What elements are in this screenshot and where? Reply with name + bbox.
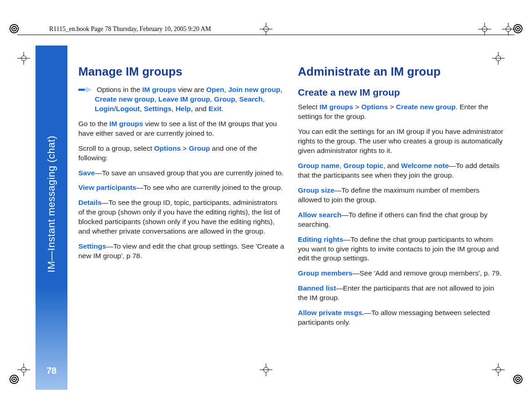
heading-administrate-group: Administrate an IM group xyxy=(298,64,505,80)
group-size-item: Group size—To define the maximum number … xyxy=(298,186,505,205)
scroll-paragraph: Scroll to a group, select Options > Grou… xyxy=(78,144,285,163)
text: —To see the group ID, topic, participant… xyxy=(78,199,280,235)
term-view-participants: View participants xyxy=(78,184,136,191)
term-allow-search: Allow search xyxy=(298,211,342,219)
regmark-tl-icon xyxy=(9,24,19,34)
allow-search-item: Allow search—To define if others can fin… xyxy=(298,210,505,230)
term-create-new-group: Create new group xyxy=(396,103,455,111)
chapter-sidebar: IM—Instant messaging (chat) 78 xyxy=(36,46,67,390)
term-allow-private-msgs: Allow private msgs. xyxy=(298,309,364,316)
text: , xyxy=(339,162,343,169)
text: view are xyxy=(176,86,206,93)
term-details: Details xyxy=(78,199,102,206)
text: Go to the xyxy=(78,120,109,128)
page-root: R1115_en.book Page 78 Thursday, February… xyxy=(0,0,532,408)
settings-item: Settings—To view and edit the chat group… xyxy=(78,242,285,261)
banned-list-item: Banned list—Enter the participants that … xyxy=(298,284,505,303)
group-name-topic-note-item: Group name, Group topic, and Welcome not… xyxy=(298,161,505,180)
column-left: Manage IM groups Options in the IM group… xyxy=(78,64,285,381)
options-list-paragraph: Options in the IM groups view are Open, … xyxy=(78,85,285,114)
admin-rights-paragraph: You can edit the settings for an IM grou… xyxy=(298,127,505,156)
save-item: Save—To save an unsaved group that you a… xyxy=(78,168,285,178)
column-right: Administrate an IM group Create a new IM… xyxy=(298,64,505,381)
opt-open: Open xyxy=(206,86,225,93)
crop-cross-icon xyxy=(492,52,505,65)
term-save: Save xyxy=(78,169,95,177)
details-item: Details—To see the group ID, topic, part… xyxy=(78,198,285,236)
running-header: R1115_en.book Page 78 Thursday, February… xyxy=(49,26,211,33)
text: Options in the xyxy=(97,86,142,93)
term-group: Group xyxy=(189,144,210,152)
text: . xyxy=(221,105,223,112)
opt-leave-im-group: Leave IM group xyxy=(159,95,210,103)
text: > xyxy=(181,144,189,152)
opt-login: Login xyxy=(95,105,114,112)
goto-paragraph: Go to the IM groups view to see a list o… xyxy=(78,119,285,138)
text: —To view and edit the chat group setting… xyxy=(78,242,284,260)
chapter-label: IM—Instant messaging (chat) xyxy=(46,135,57,272)
opt-logout: Logout xyxy=(116,105,140,112)
opt-search: Search xyxy=(239,95,263,103)
view-participants-item: View participants—To see who are current… xyxy=(78,183,285,193)
term-group-topic: Group topic xyxy=(343,162,384,169)
options-glyph-icon xyxy=(78,87,92,92)
text: > xyxy=(388,103,396,111)
term-options: Options xyxy=(361,103,388,111)
term-settings: Settings xyxy=(78,242,106,250)
term-welcome-note: Welcome note xyxy=(401,162,449,169)
term-options: Options xyxy=(154,144,181,152)
crop-cross-icon xyxy=(17,363,30,376)
regmark-br-icon xyxy=(513,374,523,384)
term-banned-list: Banned list xyxy=(298,284,336,292)
term-im-groups: IM groups xyxy=(142,86,176,93)
heading-create-new-group: Create a new IM group xyxy=(298,86,505,99)
crop-cross-icon xyxy=(478,23,491,36)
page-number: 78 xyxy=(46,366,56,376)
opt-join-new-group: Join new group xyxy=(228,86,281,93)
text: —See 'Add and remove group members', p. … xyxy=(353,269,501,277)
allow-private-msgs-item: Allow private msgs.—To allow messaging b… xyxy=(298,308,505,327)
text: , and xyxy=(384,162,401,169)
term-editing-rights: Editing rights xyxy=(298,235,343,243)
header-rule xyxy=(17,35,515,35)
text: > xyxy=(353,103,361,111)
heading-manage-groups: Manage IM groups xyxy=(78,64,285,80)
term-group-size: Group size xyxy=(298,186,334,194)
opt-exit: Exit xyxy=(209,105,221,112)
text: Select xyxy=(298,103,319,111)
select-paragraph: Select IM groups > Options > Create new … xyxy=(298,102,505,122)
opt-settings: Settings xyxy=(144,105,172,112)
text: —To see who are currently joined to the … xyxy=(136,184,282,191)
term-im-groups: IM groups xyxy=(109,120,143,128)
opt-help: Help xyxy=(175,105,191,112)
crop-cross-icon xyxy=(502,23,515,36)
text: —To save an unsaved group that you are c… xyxy=(95,169,283,177)
term-im-groups: IM groups xyxy=(319,103,353,111)
content-columns: Manage IM groups Options in the IM group… xyxy=(78,64,505,381)
crop-cross-icon xyxy=(260,23,272,36)
crop-cross-icon xyxy=(17,52,30,65)
group-members-item: Group members—See 'Add and remove group … xyxy=(298,269,505,278)
term-group-members: Group members xyxy=(298,269,353,277)
text: Scroll to a group, select xyxy=(78,144,154,152)
opt-group: Group xyxy=(214,95,235,103)
term-group-name: Group name xyxy=(298,162,339,169)
editing-rights-item: Editing rights—To define the chat group … xyxy=(298,235,505,264)
opt-create-new-group: Create new group xyxy=(95,95,154,103)
